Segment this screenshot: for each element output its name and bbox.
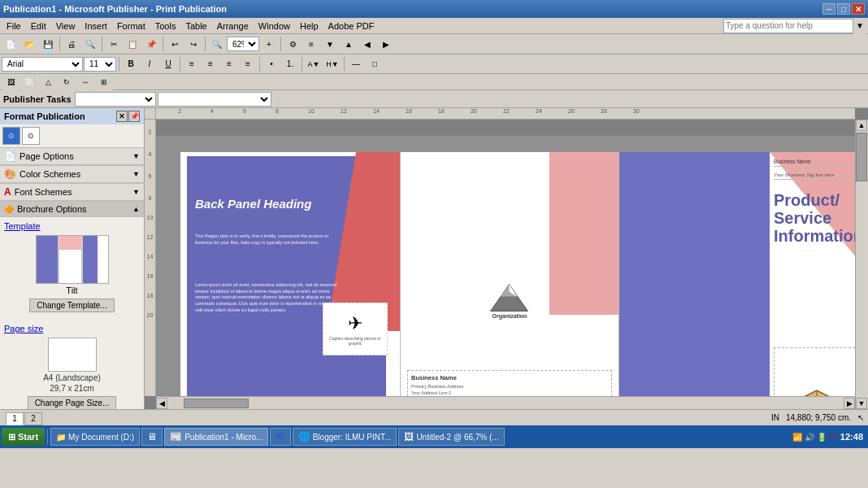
font-schemes-section[interactable]: A Font Schemes ▼ — [0, 183, 144, 201]
menu-edit[interactable]: Edit — [26, 20, 51, 33]
folder-icon: 📁 — [56, 433, 66, 442]
scroll-thumb-v[interactable] — [856, 133, 867, 181]
brochure-options-section[interactable]: 🔶 Brochure Options ▲ — [0, 201, 144, 217]
minimize-button[interactable]: ─ — [822, 3, 835, 15]
back-logo-box: ✈ Caption describing picture or graphic — [323, 303, 388, 355]
canvas-area[interactable]: 2 4 6 8 10 12 14 16 18 20 22 24 26 28 30… — [145, 108, 868, 409]
flip-btn[interactable]: ↔ — [76, 74, 94, 90]
misc-btn5[interactable]: ◀ — [358, 36, 376, 52]
maximize-button[interactable]: □ — [837, 3, 850, 15]
object-btn[interactable]: ⬜ — [20, 74, 38, 90]
align-left-btn[interactable]: ≡ — [183, 56, 201, 72]
status-left: 1 2 — [4, 411, 44, 425]
line-btn[interactable]: — — [347, 56, 365, 72]
undo-btn[interactable]: ↩ — [166, 36, 184, 52]
bold-btn[interactable]: B — [122, 56, 140, 72]
panel-tab-1[interactable]: ⊙ — [2, 127, 20, 145]
style-select[interactable] — [75, 92, 156, 107]
start-button[interactable]: ⊞ Start — [2, 428, 45, 446]
highlight-btn[interactable]: H▼ — [323, 56, 341, 72]
menu-adobe-pdf[interactable]: Adobe PDF — [323, 20, 380, 33]
taskbar-mydocument[interactable]: 📁 My Document (D:) — [50, 428, 140, 446]
picture-btn[interactable]: 🖼 — [2, 74, 20, 90]
copy-btn[interactable]: 📋 — [124, 36, 141, 52]
panel-close-btn[interactable]: ✕ — [116, 111, 128, 122]
save-btn[interactable]: 💾 — [39, 36, 57, 52]
change-template-button[interactable]: Change Template... — [29, 298, 115, 312]
panel-tab-2[interactable]: ⊙ — [22, 127, 40, 145]
close-button[interactable]: ✕ — [852, 3, 865, 15]
zoom-select[interactable]: 62%50%75%100% — [227, 37, 259, 51]
group-btn[interactable]: ⊞ — [95, 74, 113, 90]
misc-btn2[interactable]: ≡ — [302, 36, 320, 52]
align-center-btn[interactable]: ≡ — [202, 56, 219, 72]
menu-format[interactable]: Format — [112, 20, 150, 33]
horizontal-scrollbar[interactable]: ◀ ▶ — [156, 396, 855, 409]
misc-btn6[interactable]: ▶ — [377, 36, 395, 52]
template-label[interactable]: Template — [4, 221, 140, 231]
tpl-panel1 — [37, 236, 58, 283]
misc-btn1[interactable]: ⚙ — [284, 36, 302, 52]
help-search-btn[interactable]: ▼ — [853, 18, 866, 34]
taskbar-sep1 — [47, 429, 48, 445]
panel-pin-btn[interactable]: 📌 — [128, 111, 140, 122]
scroll-left-btn[interactable]: ◀ — [156, 398, 167, 409]
bullet-btn[interactable]: • — [263, 56, 280, 72]
paste-btn[interactable]: 📌 — [142, 36, 160, 52]
font-color-btn[interactable]: A▼ — [305, 56, 323, 72]
number-btn[interactable]: 1. — [281, 56, 299, 72]
font-size-select[interactable]: 111214 — [84, 57, 116, 72]
zoom-out-btn[interactable]: 🔍 — [208, 36, 226, 52]
misc-btn3[interactable]: ▼ — [321, 36, 339, 52]
cut-btn[interactable]: ✂ — [105, 36, 123, 52]
open-btn[interactable]: 📂 — [20, 36, 38, 52]
menu-arrange[interactable]: Arrange — [212, 20, 254, 33]
zoom-in-btn[interactable]: + — [260, 36, 278, 52]
print-btn[interactable]: 🖨 — [63, 36, 80, 52]
scroll-down-btn[interactable]: ▼ — [856, 398, 867, 409]
taskbar-untitled[interactable]: 🖼 Untitled-2 @ 66,7% (... — [398, 428, 504, 446]
menu-help[interactable]: Help — [295, 20, 323, 33]
justify-btn[interactable]: ≡ — [239, 56, 257, 72]
tpl-panel2 — [58, 236, 83, 283]
taskbar-word[interactable]: W — [270, 428, 290, 446]
align-right-btn[interactable]: ≡ — [220, 56, 238, 72]
taskbar-publisher[interactable]: 📰 Publication1 - Micro... — [164, 428, 268, 446]
toolbar-formatting: ArialTimes New Roman 111214 B I U ≡ ≡ ≡ … — [0, 54, 868, 73]
italic-btn[interactable]: I — [141, 56, 158, 72]
page-tab-2[interactable]: 2 — [24, 412, 42, 425]
font-schemes-label: Font Schemes — [15, 187, 72, 197]
canvas-scroll[interactable]: Back Panel Heading This Region plan is t… — [156, 120, 855, 396]
menu-file[interactable]: File — [2, 20, 26, 33]
underline-btn[interactable]: U — [159, 56, 177, 72]
menu-view[interactable]: View — [51, 20, 80, 33]
misc-btn4[interactable]: ▲ — [340, 36, 358, 52]
rotate-btn[interactable]: ↻ — [58, 74, 76, 90]
menu-tools[interactable]: Tools — [150, 20, 181, 33]
box-btn[interactable]: □ — [366, 56, 384, 72]
change-page-size-button[interactable]: Change Page Size... — [28, 396, 117, 409]
scroll-up-btn[interactable]: ▲ — [856, 120, 867, 131]
scroll-right-btn[interactable]: ▶ — [844, 398, 855, 409]
font-name-select[interactable]: ArialTimes New Roman — [2, 57, 83, 72]
shapes-btn[interactable]: △ — [39, 74, 57, 90]
page-tab-1[interactable]: 1 — [6, 412, 24, 425]
panel-controls: ✕ 📌 — [116, 111, 140, 122]
vertical-scrollbar[interactable]: ▲ ▼ — [855, 120, 868, 409]
menu-bar: File Edit View Insert Format Tools Table… — [0, 18, 868, 34]
publication-page[interactable]: Back Panel Heading This Region plan is t… — [180, 152, 855, 396]
help-search-input[interactable] — [723, 19, 853, 33]
taskbar-blogger[interactable]: 🌐 Blogger: ILMU PINT... — [293, 428, 397, 446]
scroll-thumb-h[interactable] — [184, 399, 249, 408]
font-select2[interactable] — [158, 92, 271, 107]
color-schemes-section[interactable]: 🎨 Color Schemes ▼ — [0, 165, 144, 183]
redo-btn[interactable]: ↪ — [184, 36, 202, 52]
page-size-label[interactable]: Page size — [4, 324, 140, 333]
page-options-section[interactable]: 📄 Page Options ▼ — [0, 147, 144, 165]
menu-window[interactable]: Window — [254, 20, 295, 33]
new-btn[interactable]: 📄 — [2, 36, 20, 52]
taskbar-item2[interactable]: 🖥 — [141, 428, 163, 446]
print-preview-btn[interactable]: 🔍 — [81, 36, 99, 52]
menu-insert[interactable]: Insert — [80, 20, 112, 33]
menu-table[interactable]: Table — [180, 20, 211, 33]
